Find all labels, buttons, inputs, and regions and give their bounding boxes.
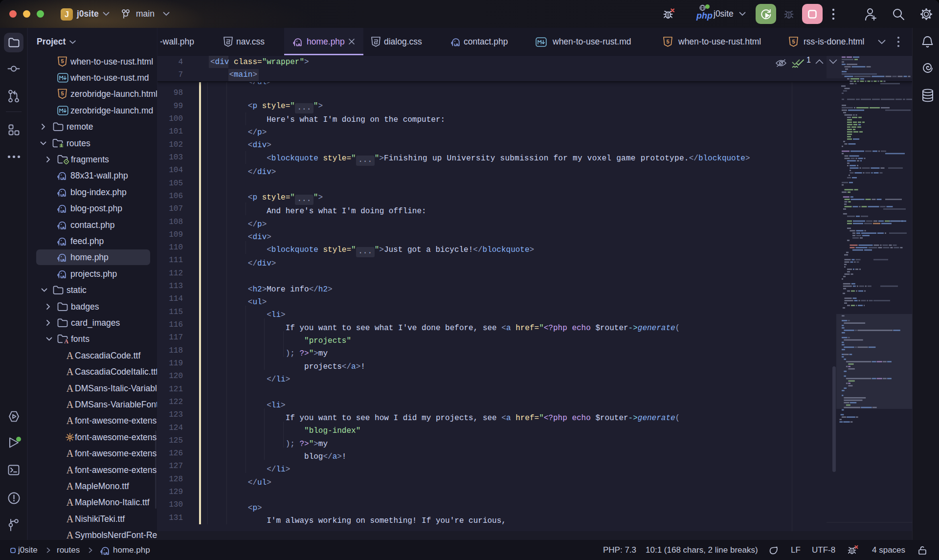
svg-text:A: A xyxy=(67,415,74,426)
svg-text:5: 5 xyxy=(792,39,795,45)
svg-text:A: A xyxy=(67,350,74,360)
svg-text:A: A xyxy=(67,530,74,540)
svg-text:5: 5 xyxy=(61,90,64,96)
svg-text:A: A xyxy=(67,399,74,409)
svg-text:A: A xyxy=(67,448,74,459)
svg-text:A: A xyxy=(67,480,74,491)
svg-text:A: A xyxy=(67,497,74,508)
svg-text:A: A xyxy=(67,464,74,475)
svg-text:A: A xyxy=(64,338,68,345)
svg-text:5: 5 xyxy=(61,58,64,64)
svg-text:A: A xyxy=(67,513,74,524)
svg-text:5: 5 xyxy=(666,39,669,45)
svg-text:A: A xyxy=(67,366,74,377)
svg-text:A: A xyxy=(67,382,74,393)
